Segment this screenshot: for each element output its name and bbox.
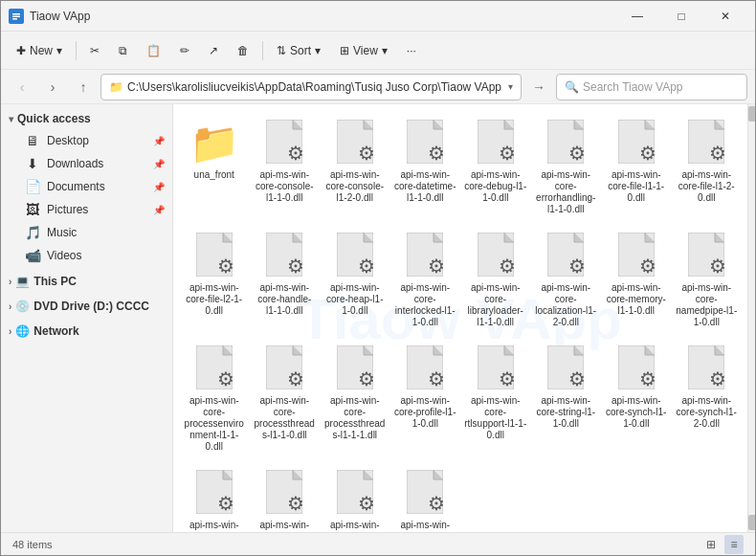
list-view-button[interactable]: ≡ xyxy=(724,535,744,554)
icon-view-button[interactable]: ⊞ xyxy=(701,535,721,554)
maximize-button[interactable]: □ xyxy=(659,1,703,32)
file-item[interactable]: ⚙api-ms-win-core-processenvironment-l1-1… xyxy=(181,338,248,458)
file-name-label: api-ms-win-core-file-l1-1-0.dll xyxy=(605,169,668,204)
file-icon-container: ⚙ xyxy=(543,231,589,280)
file-item[interactable]: ⚙api-ms-win-core-file-l1-1-0.dll xyxy=(603,112,670,221)
share-button[interactable]: ↗ xyxy=(201,36,226,65)
sort-button[interactable]: ⇅ Sort ▾ xyxy=(269,36,328,65)
view-button[interactable]: ⊞ View ▾ xyxy=(332,36,395,65)
desktop-pin-icon: 📌 xyxy=(153,136,165,146)
file-item[interactable]: ⚙api-ms-win-core-datetime-l1-1-0.dll xyxy=(392,112,459,221)
network-header[interactable]: › 🌐 Network xyxy=(1,321,172,342)
file-item[interactable]: ⚙api-ms-win-core-processthreads-l1-1-1.d… xyxy=(322,338,389,458)
sidebar-item-documents[interactable]: 📄 Documents 📌 xyxy=(1,175,172,198)
file-item[interactable]: ⚙api-ms-win-core-interlocked-l1-1-0.dll xyxy=(392,225,459,334)
file-icon-container: ⚙ xyxy=(402,118,448,167)
pictures-icon: 🖼 xyxy=(24,202,41,217)
close-button[interactable]: ✕ xyxy=(703,1,747,32)
dll-icon-container: ⚙ xyxy=(266,120,302,167)
file-icon-container: ⚙ xyxy=(261,231,307,280)
file-item[interactable]: 📁una_front xyxy=(181,112,248,221)
file-name-label: api-ms-win-core-datetime-l1-1-0.dll xyxy=(394,169,457,204)
file-item[interactable]: ⚙api-ms-win-crt-conio-l1-1-0.dll xyxy=(392,462,459,532)
file-item[interactable]: ⚙api-ms-win-core-console-l1-1-0.dll xyxy=(252,112,319,221)
scrollbar[interactable] xyxy=(747,104,755,532)
desktop-icon: 🖥 xyxy=(24,133,41,148)
quick-access-header[interactable]: ▾ Quick access xyxy=(1,108,172,129)
file-item[interactable]: ⚙api-ms-win-core-file-l2-1-0.dll xyxy=(181,225,248,334)
file-item[interactable]: ⚙api-ms-win-core-profile-l1-1-0.dll xyxy=(392,338,459,458)
file-icon-container: ⚙ xyxy=(332,118,378,167)
dvd-section: › 💿 DVD Drive (D:) CCCC xyxy=(1,296,172,317)
documents-pin-icon: 📌 xyxy=(153,182,165,192)
file-icon-container: ⚙ xyxy=(473,344,519,393)
copy-button[interactable]: ⧉ xyxy=(111,36,135,65)
videos-icon: 📹 xyxy=(24,248,41,263)
file-name-label: api-ms-win-core-heap-l1-1-0.dll xyxy=(323,282,387,317)
scroll-up-button[interactable] xyxy=(748,106,756,122)
sidebar-item-music[interactable]: 🎵 Music xyxy=(1,221,172,244)
forward-button[interactable]: › xyxy=(39,74,66,100)
file-icon-container: ⚙ xyxy=(332,344,378,393)
file-item[interactable]: ⚙api-ms-win-core-string-l1-1-0.dll xyxy=(533,338,600,458)
file-item[interactable]: ⚙api-ms-win-core-namedpipe-l1-1-0.dll xyxy=(674,225,741,334)
gear-icon: ⚙ xyxy=(428,255,445,278)
paste-button[interactable]: 📋 xyxy=(139,36,168,65)
file-item[interactable]: ⚙api-ms-win-core-timezone-l1-1-0.dll xyxy=(252,462,319,532)
file-item[interactable]: ⚙api-ms-win-core-errorhandling-l1-1-0.dl… xyxy=(533,112,600,221)
scroll-down-button[interactable] xyxy=(748,515,756,530)
rename-button[interactable]: ✏ xyxy=(172,36,197,65)
documents-icon: 📄 xyxy=(24,179,41,194)
minimize-button[interactable]: — xyxy=(615,1,659,32)
new-button[interactable]: ✚ New ▾ xyxy=(9,36,70,65)
file-item[interactable]: ⚙api-ms-win-core-debug-l1-1-0.dll xyxy=(462,112,529,221)
gear-icon: ⚙ xyxy=(428,492,445,515)
dll-icon-container: ⚙ xyxy=(337,233,373,279)
back-button[interactable]: ‹ xyxy=(9,74,35,100)
address-text: C:\Users\karolisliucveikis\AppData\Roami… xyxy=(127,80,504,94)
file-item[interactable]: ⚙api-ms-win-core-util-l1-1-0.dll xyxy=(322,462,389,532)
file-item[interactable]: ⚙api-ms-win-core-handle-l1-1-0.dll xyxy=(252,225,319,334)
address-input[interactable]: 📁 C:\Users\karolisliucveikis\AppData\Roa… xyxy=(100,74,522,100)
downloads-pin-icon: 📌 xyxy=(153,159,165,169)
sidebar-item-pictures[interactable]: 🖼 Pictures 📌 xyxy=(1,198,172,221)
delete-button[interactable]: 🗑 xyxy=(230,36,256,65)
gear-icon: ⚙ xyxy=(639,367,656,390)
up-button[interactable]: ↑ xyxy=(70,74,97,100)
file-name-label: api-ms-win-core-handle-l1-1-0.dll xyxy=(254,282,317,317)
file-item[interactable]: ⚙api-ms-win-core-libraryloader-l1-1-0.dl… xyxy=(462,225,529,334)
go-button[interactable]: → xyxy=(525,74,552,100)
dll-icon-container: ⚙ xyxy=(618,345,655,392)
dvd-header[interactable]: › 💿 DVD Drive (D:) CCCC xyxy=(1,296,172,317)
sidebar-item-desktop[interactable]: 🖥 Desktop 📌 xyxy=(1,129,172,152)
sidebar-item-videos[interactable]: 📹 Videos xyxy=(1,244,172,267)
search-box[interactable]: 🔍 Search Tiaow VApp xyxy=(556,74,747,100)
pictures-pin-icon: 📌 xyxy=(153,205,165,215)
dll-icon-container: ⚙ xyxy=(618,120,655,167)
file-item[interactable]: ⚙api-ms-win-core-synch-l1-1-0.dll xyxy=(603,338,670,458)
file-item[interactable]: ⚙api-ms-win-core-console-l1-2-0.dll xyxy=(322,112,389,221)
file-icon-container: ⚙ xyxy=(261,468,307,518)
gear-icon: ⚙ xyxy=(287,142,304,165)
file-item[interactable]: ⚙api-ms-win-core-memory-l1-1-0.dll xyxy=(603,225,670,334)
dll-icon-container: ⚙ xyxy=(266,233,302,279)
file-item[interactable]: ⚙api-ms-win-core-synch-l1-2-0.dll xyxy=(674,338,741,458)
more-button[interactable]: ··· xyxy=(399,36,424,65)
sidebar-item-downloads[interactable]: ⬇ Downloads 📌 xyxy=(1,152,172,175)
title-bar-left: Tiaow VApp xyxy=(9,9,90,24)
new-icon: ✚ xyxy=(16,44,26,57)
file-item[interactable]: ⚙api-ms-win-core-rtlsupport-l1-1-0.dll xyxy=(462,338,529,458)
gear-icon: ⚙ xyxy=(287,255,304,278)
sidebar-item-downloads-label: Downloads xyxy=(47,157,147,170)
cut-button[interactable]: ✂ xyxy=(82,36,107,65)
dll-icon-container: ⚙ xyxy=(407,470,443,517)
gear-icon: ⚙ xyxy=(568,367,586,390)
file-icon-container: ⚙ xyxy=(473,231,519,280)
file-item[interactable]: ⚙api-ms-win-core-sysinfo-l1-1-0.dll xyxy=(181,462,248,532)
file-item[interactable]: ⚙api-ms-win-core-heap-l1-1-0.dll xyxy=(322,225,389,334)
file-item[interactable]: ⚙api-ms-win-core-localization-l1-2-0.dll xyxy=(533,225,600,334)
this-pc-header[interactable]: › 💻 This PC xyxy=(1,271,172,292)
dll-icon-container: ⚙ xyxy=(478,345,514,392)
file-item[interactable]: ⚙api-ms-win-core-file-l1-2-0.dll xyxy=(674,112,741,221)
file-item[interactable]: ⚙api-ms-win-core-processthreads-l1-1-0.d… xyxy=(252,338,319,458)
